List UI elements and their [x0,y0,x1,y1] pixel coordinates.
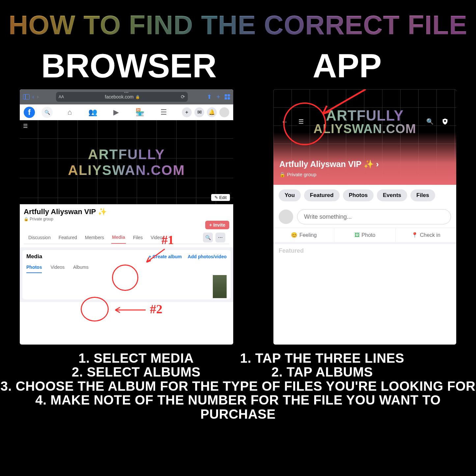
tab-featured[interactable]: Featured [58,232,78,243]
tab-videos[interactable]: Videos [150,232,165,243]
browser-screenshot: ••• ‹ › AA facebook.com 🔒 ⟳ ⬆︎ + f 🔍 ⌂ 👥 [20,89,233,345]
app-back-button[interactable]: ← [279,116,291,127]
group-info: Artfully Aliyswan VIP ✨ 🔒 Private group … [20,204,233,247]
section-browser-title: BROWSER [20,47,238,85]
pill-events[interactable]: Events [377,189,407,201]
profile-icon[interactable] [219,107,229,117]
safari-toolbar: ••• ‹ › AA facebook.com 🔒 ⟳ ⬆︎ + [20,89,233,104]
group-privacy: 🔒 Private group [24,217,229,221]
grab-dots: ••• [124,91,129,94]
pill-you[interactable]: You [279,189,301,201]
compose-input[interactable]: Write something... [297,209,451,224]
fb-search-icon[interactable]: 🔍 [42,107,53,118]
inst-browser-2: 2. SELECT ALBUMS [72,365,201,379]
app-group-privacy: 🔒 Private group [279,172,316,178]
url-bar[interactable]: AA facebook.com 🔒 ⟳ [56,92,188,102]
action-checkin[interactable]: 📍Check in [395,228,456,242]
tab-members[interactable]: Members [84,232,105,243]
sidebar-icon[interactable] [23,94,30,99]
section-app-title: APP [238,47,457,85]
messenger-icon[interactable]: ✉ [194,107,204,117]
group-tabs: Discussion Featured Members Media Files … [24,231,229,244]
subtab-albums[interactable]: Albums [73,265,89,273]
pill-files[interactable]: Files [410,189,435,201]
pill-featured[interactable]: Featured [304,189,340,201]
group-cover: ☰ ARTFULLY ALIYSWAN.COM ✎ Edit [20,120,233,204]
action-feeling[interactable]: 😊Feeling [273,228,334,242]
group-name: Artfully Aliyswan VIP ✨ [24,208,229,216]
watch-icon[interactable]: ▶ [113,108,119,117]
inst-browser-1: 1. SELECT MEDIA [72,351,201,365]
plus-icon[interactable]: + [182,107,192,117]
svg-point-0 [444,120,446,122]
media-title: Media [26,253,42,260]
add-photos-link[interactable]: Add photos/video [188,254,227,259]
featured-header: Featured [273,244,456,258]
marketplace-icon[interactable]: 🏪 [135,108,144,117]
annotation-arrow-one [142,247,168,267]
compose-row: Write something... [273,206,456,228]
facebook-logo[interactable]: f [24,107,35,118]
app-shield-icon[interactable] [439,116,451,127]
tab-media[interactable]: Media [111,231,126,244]
pill-photos[interactable]: Photos [343,189,374,201]
url-text: facebook.com [105,94,133,99]
invite-button[interactable]: + Invite [205,221,229,229]
new-tab-icon[interactable]: + [216,94,220,100]
lock-icon: 🔒 [135,95,140,99]
edit-cover-button[interactable]: ✎ Edit [211,194,230,201]
tab-discussion[interactable]: Discussion [28,232,51,243]
action-row: 😊Feeling 🖼Photo 📍Check in [273,228,456,244]
notifications-icon[interactable]: 🔔 [207,107,217,117]
refresh-icon[interactable]: ⟳ [181,94,185,100]
app-screenshot: ARTFULLY ALIYSWAN.COM ← ☰ 🔍 Artfully Ali… [273,89,456,345]
action-photo[interactable]: 🖼Photo [334,228,395,242]
tab-search-icon[interactable]: 🔍 [203,233,213,242]
menu-icon[interactable]: ☰ [160,108,167,117]
subtab-photos[interactable]: Photos [26,265,42,273]
inst-app-2: 2. TAP ALBUMS [240,365,404,379]
annotation-arrow-two [113,305,147,315]
user-avatar[interactable] [279,210,293,224]
cover-hamburger-icon[interactable]: ☰ [23,123,28,129]
instructions: 1. SELECT MEDIA 2. SELECT ALBUMS 1. TAP … [0,351,476,421]
app-group-name[interactable]: Artfully Aliyswan VIP ✨ › [279,159,379,169]
forward-button: › [37,94,39,100]
inst-shared-3: 3. CHOOSE THE ALBUM FOR THE TYPE OF FILE… [0,379,476,393]
app-hamburger-button[interactable]: ☰ [295,116,307,127]
inst-app-1: 1. TAP THE THREE LINES [240,351,404,365]
tab-files[interactable]: Files [132,232,144,243]
tab-more-icon[interactable]: ⋯ [215,233,225,242]
cover-brand-text: ARTFULLY ALIYSWAN.COM [68,147,185,178]
home-icon[interactable]: ⌂ [68,108,72,117]
app-search-icon[interactable]: 🔍 [424,116,436,127]
share-icon[interactable]: ⬆︎ [207,93,212,100]
back-button[interactable]: ‹ [32,94,34,100]
text-size-icon[interactable]: AA [59,95,64,99]
tabs-icon[interactable] [225,94,230,99]
facebook-header: f 🔍 ⌂ 👥 ▶ 🏪 ☰ + ✉ 🔔 [20,104,233,120]
subtab-videos[interactable]: Videos [50,265,65,273]
inst-shared-4: 4. MAKE NOTE OF THE NUMBER FOR THE FILE … [0,393,476,421]
photo-thumbnail[interactable] [213,275,227,298]
app-annotation-arrow [316,89,369,121]
annotation-label-two: #2 [150,302,162,316]
app-pill-row: You Featured Photos Events Files [273,185,456,206]
main-title: HOW TO FIND THE CORRECT FILE [0,12,476,39]
fb-nav: ⌂ 👥 ▶ 🏪 ☰ [59,108,175,117]
friends-icon[interactable]: 👥 [88,108,97,117]
media-panel: Media + Create album Add photos/video Ph… [20,247,233,302]
